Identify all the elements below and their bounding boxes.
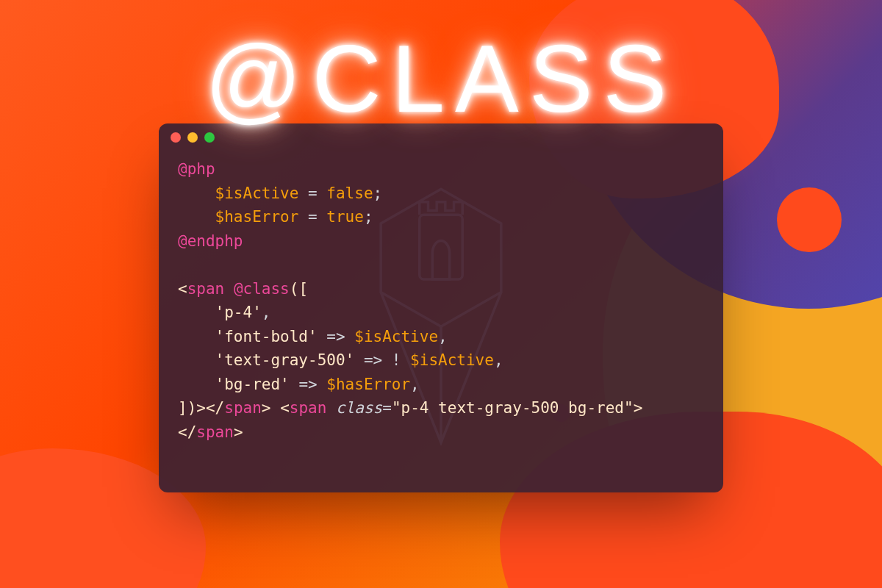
html-tag: span [187,280,225,298]
minimize-icon[interactable] [187,132,198,143]
close-icon[interactable] [171,132,181,143]
code-block: @php $isActive = false; $hasError = true… [159,151,723,459]
php-variable: $hasError [215,208,299,226]
php-variable: $isActive [215,184,299,202]
html-attribute: class [336,399,382,417]
string-literal: 'font-bold' [215,328,318,345]
string-literal: 'text-gray-500' [215,351,355,369]
bg-dot-large [777,187,842,252]
blade-directive: @endphp [178,232,243,250]
window-titlebar [159,123,723,151]
code-window: @php $isActive = false; $hasError = true… [159,123,723,492]
blade-directive: @php [178,160,215,178]
maximize-icon[interactable] [204,132,215,143]
string-literal: 'bg-red' [215,376,290,393]
blade-directive: @class [234,280,290,298]
string-literal: 'p-4' [215,304,262,321]
